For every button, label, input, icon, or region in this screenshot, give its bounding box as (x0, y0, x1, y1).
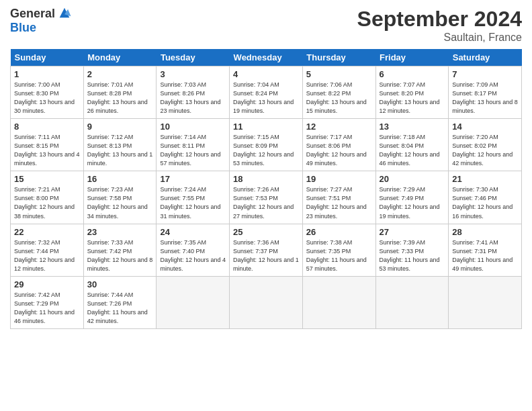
day-number: 14 (452, 122, 518, 132)
day-number: 16 (87, 174, 153, 184)
day-info: Sunrise: 7:18 AMSunset: 8:04 PMDaylight:… (380, 133, 445, 168)
day-info: Sunrise: 7:41 AMSunset: 7:31 PMDaylight:… (452, 238, 518, 273)
day-info: Sunrise: 7:42 AMSunset: 7:29 PMDaylight:… (14, 291, 80, 326)
day-info: Sunrise: 7:35 AMSunset: 7:40 PMDaylight:… (160, 238, 226, 273)
day-cell: 1Sunrise: 7:00 AMSunset: 8:30 PMDaylight… (11, 66, 84, 119)
day-cell: 6Sunrise: 7:07 AMSunset: 8:20 PMDaylight… (375, 66, 449, 119)
day-cell: 5Sunrise: 7:06 AMSunset: 8:22 PMDaylight… (302, 66, 375, 119)
day-number: 29 (14, 279, 80, 289)
logo-blue-text: Blue (10, 21, 36, 34)
day-cell: 9Sunrise: 7:12 AMSunset: 8:13 PMDaylight… (83, 119, 157, 171)
day-number: 21 (452, 174, 518, 184)
day-cell: 25Sunrise: 7:36 AMSunset: 7:37 PMDayligh… (230, 224, 303, 276)
day-number: 4 (233, 69, 299, 79)
col-header-wednesday: Wednesday (230, 49, 303, 66)
day-cell: 18Sunrise: 7:26 AMSunset: 7:53 PMDayligh… (230, 171, 303, 224)
calendar-title: September 2024 (357, 7, 522, 32)
day-cell: 23Sunrise: 7:33 AMSunset: 7:42 PMDayligh… (83, 224, 157, 276)
day-cell: 4Sunrise: 7:04 AMSunset: 8:24 PMDaylight… (230, 66, 303, 119)
day-info: Sunrise: 7:29 AMSunset: 7:49 PMDaylight:… (380, 185, 445, 220)
day-number: 10 (160, 122, 226, 132)
day-info: Sunrise: 7:21 AMSunset: 8:00 PMDaylight:… (14, 185, 80, 220)
day-number: 1 (14, 69, 80, 79)
day-cell: 30Sunrise: 7:44 AMSunset: 7:26 PMDayligh… (83, 276, 157, 328)
day-number: 2 (87, 69, 153, 79)
day-cell: 14Sunrise: 7:20 AMSunset: 8:02 PMDayligh… (449, 119, 522, 171)
week-row-1: 8Sunrise: 7:11 AMSunset: 8:15 PMDaylight… (11, 119, 522, 171)
day-number: 28 (452, 227, 518, 237)
day-number: 25 (233, 227, 299, 237)
col-header-sunday: Sunday (11, 49, 84, 66)
day-info: Sunrise: 7:17 AMSunset: 8:06 PMDaylight:… (306, 133, 372, 168)
day-cell: 21Sunrise: 7:30 AMSunset: 7:46 PMDayligh… (449, 171, 522, 224)
day-cell: 7Sunrise: 7:09 AMSunset: 8:17 PMDaylight… (449, 66, 522, 119)
day-info: Sunrise: 7:15 AMSunset: 8:09 PMDaylight:… (233, 133, 299, 168)
day-info: Sunrise: 7:04 AMSunset: 8:24 PMDaylight:… (233, 81, 299, 116)
day-info: Sunrise: 7:00 AMSunset: 8:30 PMDaylight:… (14, 81, 80, 116)
day-info: Sunrise: 7:27 AMSunset: 7:51 PMDaylight:… (306, 185, 372, 220)
day-number: 13 (380, 122, 445, 132)
col-header-tuesday: Tuesday (157, 49, 230, 66)
day-number: 19 (306, 174, 372, 184)
day-info: Sunrise: 7:24 AMSunset: 7:55 PMDaylight:… (160, 185, 226, 220)
day-cell: 29Sunrise: 7:42 AMSunset: 7:29 PMDayligh… (11, 276, 84, 328)
col-header-friday: Friday (375, 49, 449, 66)
day-info: Sunrise: 7:11 AMSunset: 8:15 PMDaylight:… (14, 133, 80, 168)
day-cell: 20Sunrise: 7:29 AMSunset: 7:49 PMDayligh… (375, 171, 449, 224)
day-info: Sunrise: 7:12 AMSunset: 8:13 PMDaylight:… (87, 133, 153, 168)
day-number: 12 (306, 122, 372, 132)
page-container: General Blue September 2024 Saultain, Fr… (0, 0, 532, 336)
day-cell (302, 276, 375, 328)
day-info: Sunrise: 7:01 AMSunset: 8:28 PMDaylight:… (87, 81, 153, 116)
week-row-0: 1Sunrise: 7:00 AMSunset: 8:30 PMDaylight… (11, 66, 522, 119)
day-cell: 28Sunrise: 7:41 AMSunset: 7:31 PMDayligh… (449, 224, 522, 276)
day-cell (375, 276, 449, 328)
day-cell (230, 276, 303, 328)
day-info: Sunrise: 7:38 AMSunset: 7:35 PMDaylight:… (306, 238, 372, 273)
day-cell: 22Sunrise: 7:32 AMSunset: 7:44 PMDayligh… (11, 224, 84, 276)
calendar-subtitle: Saultain, France (357, 32, 522, 44)
logo: General Blue (10, 7, 72, 35)
day-number: 30 (87, 279, 153, 289)
header: General Blue September 2024 Saultain, Fr… (10, 7, 522, 44)
col-header-thursday: Thursday (302, 49, 375, 66)
day-info: Sunrise: 7:32 AMSunset: 7:44 PMDaylight:… (14, 238, 80, 273)
day-info: Sunrise: 7:20 AMSunset: 8:02 PMDaylight:… (452, 133, 518, 168)
day-cell: 3Sunrise: 7:03 AMSunset: 8:26 PMDaylight… (157, 66, 230, 119)
day-number: 9 (87, 122, 153, 132)
day-info: Sunrise: 7:14 AMSunset: 8:11 PMDaylight:… (160, 133, 226, 168)
day-info: Sunrise: 7:39 AMSunset: 7:33 PMDaylight:… (380, 238, 445, 273)
day-number: 17 (160, 174, 226, 184)
day-number: 15 (14, 174, 80, 184)
week-row-2: 15Sunrise: 7:21 AMSunset: 8:00 PMDayligh… (11, 171, 522, 224)
day-cell: 2Sunrise: 7:01 AMSunset: 8:28 PMDaylight… (83, 66, 157, 119)
day-info: Sunrise: 7:23 AMSunset: 7:58 PMDaylight:… (87, 185, 153, 220)
week-row-4: 29Sunrise: 7:42 AMSunset: 7:29 PMDayligh… (11, 276, 522, 328)
day-number: 26 (306, 227, 372, 237)
day-info: Sunrise: 7:30 AMSunset: 7:46 PMDaylight:… (452, 185, 518, 220)
day-info: Sunrise: 7:33 AMSunset: 7:42 PMDaylight:… (87, 238, 153, 273)
day-number: 6 (380, 69, 445, 79)
col-header-monday: Monday (83, 49, 157, 66)
day-cell: 12Sunrise: 7:17 AMSunset: 8:06 PMDayligh… (302, 119, 375, 171)
day-cell: 27Sunrise: 7:39 AMSunset: 7:33 PMDayligh… (375, 224, 449, 276)
day-cell: 8Sunrise: 7:11 AMSunset: 8:15 PMDaylight… (11, 119, 84, 171)
day-number: 3 (160, 69, 226, 79)
day-cell (449, 276, 522, 328)
day-number: 27 (380, 227, 445, 237)
day-cell: 26Sunrise: 7:38 AMSunset: 7:35 PMDayligh… (302, 224, 375, 276)
day-info: Sunrise: 7:06 AMSunset: 8:22 PMDaylight:… (306, 81, 372, 116)
day-info: Sunrise: 7:07 AMSunset: 8:20 PMDaylight:… (380, 81, 445, 116)
header-row: SundayMondayTuesdayWednesdayThursdayFrid… (11, 49, 522, 66)
day-info: Sunrise: 7:03 AMSunset: 8:26 PMDaylight:… (160, 81, 226, 116)
day-cell: 17Sunrise: 7:24 AMSunset: 7:55 PMDayligh… (157, 171, 230, 224)
day-number: 5 (306, 69, 372, 79)
day-cell: 10Sunrise: 7:14 AMSunset: 8:11 PMDayligh… (157, 119, 230, 171)
logo-text: General (10, 7, 55, 21)
col-header-saturday: Saturday (449, 49, 522, 66)
day-cell: 24Sunrise: 7:35 AMSunset: 7:40 PMDayligh… (157, 224, 230, 276)
title-block: September 2024 Saultain, France (357, 7, 522, 44)
day-info: Sunrise: 7:36 AMSunset: 7:37 PMDaylight:… (233, 238, 299, 273)
day-cell (157, 276, 230, 328)
day-cell: 11Sunrise: 7:15 AMSunset: 8:09 PMDayligh… (230, 119, 303, 171)
